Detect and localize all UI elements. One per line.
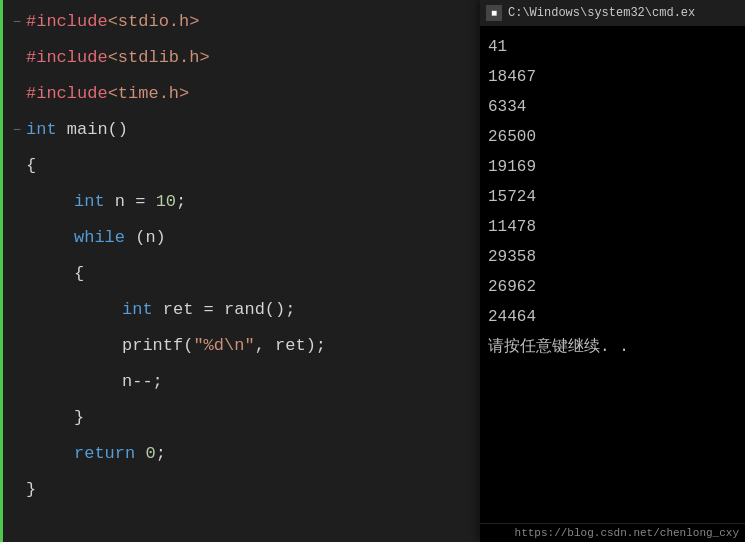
fold-indicator[interactable]: − xyxy=(8,4,26,40)
code-token: <stdio.h> xyxy=(108,12,200,31)
cmd-output-line: 41 xyxy=(488,32,737,62)
editor-content: −#include<stdio.h>#include<stdlib.h>#inc… xyxy=(0,0,489,512)
code-token: <stdlib.h> xyxy=(108,48,210,67)
editor-line: −int main() xyxy=(0,112,489,148)
code-token: <time.h> xyxy=(108,84,190,103)
code-token: #include xyxy=(26,84,108,103)
line-content: #include<stdlib.h> xyxy=(26,40,489,76)
code-token: n = xyxy=(105,192,156,211)
code-token: n--; xyxy=(122,372,163,391)
editor-line: #include<stdlib.h> xyxy=(0,40,489,76)
cmd-titlebar: ■ C:\Windows\system32\cmd.ex xyxy=(480,0,745,26)
code-editor: −#include<stdio.h>#include<stdlib.h>#inc… xyxy=(0,0,490,542)
code-token: printf( xyxy=(122,336,193,355)
line-content: #include<time.h> xyxy=(26,76,489,112)
cmd-output-line: 6334 xyxy=(488,92,737,122)
code-token: int xyxy=(26,120,57,139)
code-token: #include xyxy=(26,48,108,67)
cmd-output-line: 11478 xyxy=(488,212,737,242)
code-token xyxy=(135,444,145,463)
code-token: ; xyxy=(176,192,186,211)
line-content: return 0; xyxy=(26,436,489,472)
code-token: return xyxy=(74,444,135,463)
line-content: int main() xyxy=(26,112,489,148)
code-token: #include xyxy=(26,12,108,31)
fold-indicator[interactable]: − xyxy=(8,112,26,148)
line-content: #include<stdio.h> xyxy=(26,4,489,40)
editor-line: printf("%d\n", ret); xyxy=(0,328,489,364)
cmd-title: C:\Windows\system32\cmd.ex xyxy=(508,6,695,20)
editor-line: } xyxy=(0,472,489,508)
line-content: } xyxy=(26,400,489,436)
cmd-output-line: 29358 xyxy=(488,242,737,272)
cmd-icon: ■ xyxy=(486,5,502,21)
cmd-output-line: 24464 xyxy=(488,302,737,332)
cmd-output-line: 26962 xyxy=(488,272,737,302)
editor-line: } xyxy=(0,400,489,436)
cmd-icon-label: ■ xyxy=(491,8,497,19)
cmd-output-line: 请按任意键继续. . xyxy=(488,332,737,362)
editor-line: while (n) xyxy=(0,220,489,256)
editor-line: #include<time.h> xyxy=(0,76,489,112)
cmd-output-line: 19169 xyxy=(488,152,737,182)
cmd-output-line: 26500 xyxy=(488,122,737,152)
line-content: printf("%d\n", ret); xyxy=(26,328,489,364)
line-content: int ret = rand(); xyxy=(26,292,489,328)
code-token: ; xyxy=(156,444,166,463)
code-token: int xyxy=(122,300,153,319)
code-token: , ret); xyxy=(255,336,326,355)
code-token: (n) xyxy=(125,228,166,247)
code-token: ret = rand(); xyxy=(153,300,296,319)
cmd-output-line: 15724 xyxy=(488,182,737,212)
code-token: 0 xyxy=(145,444,155,463)
cmd-body: 4118467633426500191691572411478293582696… xyxy=(480,26,745,523)
cmd-footer: https://blog.csdn.net/chenlong_cxy xyxy=(480,523,745,542)
code-token: 10 xyxy=(156,192,176,211)
code-token: } xyxy=(26,480,36,499)
editor-line: { xyxy=(0,256,489,292)
line-content: int n = 10; xyxy=(26,184,489,220)
line-content: } xyxy=(26,472,489,508)
cmd-window: ■ C:\Windows\system32\cmd.ex 41184676334… xyxy=(480,0,745,542)
editor-line: { xyxy=(0,148,489,184)
cmd-output-line: 18467 xyxy=(488,62,737,92)
line-content: while (n) xyxy=(26,220,489,256)
code-token: main() xyxy=(57,120,128,139)
line-content: { xyxy=(26,256,489,292)
code-token: "%d\n" xyxy=(193,336,254,355)
editor-line: return 0; xyxy=(0,436,489,472)
editor-line: int n = 10; xyxy=(0,184,489,220)
code-token: { xyxy=(74,264,84,283)
editor-line: n--; xyxy=(0,364,489,400)
editor-line: int ret = rand(); xyxy=(0,292,489,328)
code-token: { xyxy=(26,156,36,175)
code-token: while xyxy=(74,228,125,247)
editor-line: −#include<stdio.h> xyxy=(0,4,489,40)
line-content: { xyxy=(26,148,489,184)
code-token: int xyxy=(74,192,105,211)
line-content: n--; xyxy=(26,364,489,400)
code-token: } xyxy=(74,408,84,427)
